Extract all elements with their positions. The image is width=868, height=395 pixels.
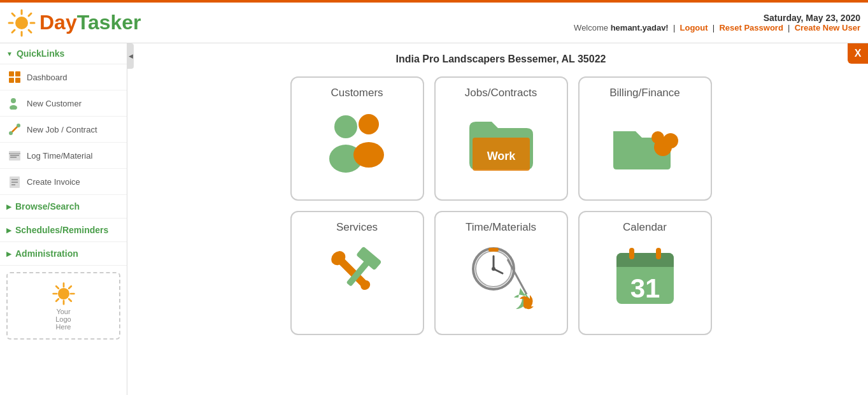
sidebar: ▼ QuickLinks Dashboard [0, 43, 127, 395]
svg-line-6 [29, 30, 31, 32]
schedules-arrow-icon: ▶ [6, 227, 11, 234]
log-time-label: Log Time/Material [27, 151, 92, 161]
svg-line-56 [508, 259, 527, 294]
sidebar-item-new-customer[interactable]: New Customer [0, 90, 127, 117]
svg-rect-11 [9, 78, 14, 83]
current-date: Saturday, May 23, 2020 [574, 13, 860, 23]
create-invoice-label: Create Invoice [27, 177, 80, 187]
svg-point-35 [334, 115, 357, 138]
svg-point-17 [17, 124, 20, 127]
logo-placeholder: Your Logo Here [6, 272, 120, 340]
tile-calendar[interactable]: Calendar 31 [578, 211, 712, 335]
tile-services[interactable]: Services [290, 211, 424, 335]
tile-time-label: Time/Materials [466, 221, 536, 234]
svg-text:31: 31 [630, 273, 660, 303]
main-layout: ▼ QuickLinks Dashboard [0, 43, 868, 395]
administration-label: Administration [15, 248, 78, 259]
browse-search-section[interactable]: ▶ Browse/Search [0, 195, 127, 219]
logo-sun-icon [8, 9, 36, 37]
svg-rect-60 [629, 248, 634, 259]
svg-rect-9 [9, 71, 14, 76]
new-customer-icon [8, 96, 22, 110]
tile-billing-icon [607, 106, 683, 176]
tile-services-icon [319, 240, 395, 310]
tile-customers-label: Customers [331, 87, 383, 99]
svg-point-14 [10, 105, 17, 110]
create-new-user-link[interactable]: Create New User [795, 23, 860, 32]
top-right-info: Saturday, May 23, 2020 Welcome hemant.ya… [574, 13, 860, 32]
tile-jobs-icon: Work [463, 106, 539, 176]
logo-area-text: Your Logo Here [15, 308, 111, 331]
new-job-icon [8, 122, 22, 136]
svg-rect-55 [488, 248, 499, 252]
svg-line-8 [12, 30, 15, 32]
quicklinks-arrow-icon: ▼ [6, 50, 13, 57]
log-time-icon [8, 148, 22, 162]
tile-customers[interactable]: Customers [290, 76, 424, 201]
svg-point-44 [651, 131, 664, 144]
svg-text:Work: Work [487, 150, 516, 162]
svg-point-54 [492, 267, 495, 271]
reset-password-link[interactable]: Reset Password [719, 23, 783, 32]
tile-calendar-icon: 31 [607, 240, 683, 310]
svg-line-34 [56, 299, 59, 301]
new-customer-label: New Customer [27, 99, 82, 108]
quicklinks-section[interactable]: ▼ QuickLinks [0, 43, 127, 64]
welcome-prefix: Welcome [574, 23, 611, 32]
logo-placeholder-sun-icon [51, 281, 76, 306]
dashboard-icon [8, 70, 22, 84]
svg-line-32 [69, 299, 71, 301]
svg-rect-10 [15, 71, 20, 76]
logout-link[interactable]: Logout [680, 23, 708, 32]
quicklinks-label: QuickLinks [17, 48, 64, 59]
svg-point-37 [359, 114, 379, 134]
tile-calendar-label: Calendar [623, 221, 667, 234]
svg-line-7 [29, 13, 31, 16]
svg-rect-59 [616, 261, 674, 267]
browse-search-label: Browse/Search [15, 201, 80, 212]
company-title: India Pro Landscapers Bessemer, AL 35022 [153, 54, 849, 65]
tile-jobs-contracts[interactable]: Jobs/Contracts Work [434, 76, 568, 201]
svg-point-43 [663, 133, 678, 148]
sidebar-item-dashboard[interactable]: Dashboard [0, 64, 127, 90]
sidebar-item-create-invoice[interactable]: Create Invoice [0, 169, 127, 195]
sidebar-item-new-job[interactable]: New Job / Contract [0, 117, 127, 143]
svg-rect-12 [15, 78, 20, 83]
svg-rect-61 [656, 248, 661, 259]
svg-point-38 [353, 142, 384, 168]
logo[interactable]: DayTasker [8, 9, 141, 37]
sidebar-collapse-handle[interactable]: ◀ [127, 43, 134, 69]
top-bar: DayTasker Saturday, May 23, 2020 Welcome… [0, 0, 868, 43]
tile-customers-icon [319, 106, 395, 176]
administration-arrow-icon: ▶ [6, 250, 11, 257]
tile-jobs-label: Jobs/Contracts [465, 87, 537, 99]
content-area: X India Pro Landscapers Bessemer, AL 350… [134, 43, 868, 395]
tiles-grid: Customers Jobs/Contracts [153, 76, 849, 335]
schedules-reminders-label: Schedules/Reminders [15, 225, 108, 235]
schedules-reminders-section[interactable]: ▶ Schedules/Reminders [0, 219, 127, 242]
sidebar-item-log-time[interactable]: Log Time/Material [0, 143, 127, 169]
svg-point-16 [9, 131, 13, 135]
tile-time-icon [463, 240, 539, 310]
dashboard-label: Dashboard [27, 73, 68, 82]
new-job-label: New Job / Contract [27, 125, 97, 134]
svg-point-13 [11, 98, 16, 103]
svg-rect-21 [10, 157, 17, 158]
tile-services-label: Services [336, 221, 378, 234]
welcome-row: Welcome hemant.yadav! | Logout | Reset P… [574, 23, 860, 32]
svg-line-33 [69, 286, 71, 289]
tile-billing-label: Billing/Finance [609, 87, 680, 99]
close-button[interactable]: X [848, 43, 868, 64]
svg-point-26 [57, 288, 69, 299]
create-invoice-icon [8, 175, 22, 189]
browse-search-arrow-icon: ▶ [6, 203, 11, 210]
svg-line-31 [56, 286, 59, 289]
tile-billing-finance[interactable]: Billing/Finance [578, 76, 712, 201]
administration-section[interactable]: ▶ Administration [0, 242, 127, 266]
tile-time-materials[interactable]: Time/Materials [434, 211, 568, 335]
username: hemant.yadav! [611, 23, 669, 32]
svg-rect-20 [10, 155, 19, 156]
logo-text: DayTasker [39, 11, 141, 34]
svg-point-0 [15, 17, 28, 29]
svg-line-5 [12, 13, 15, 16]
